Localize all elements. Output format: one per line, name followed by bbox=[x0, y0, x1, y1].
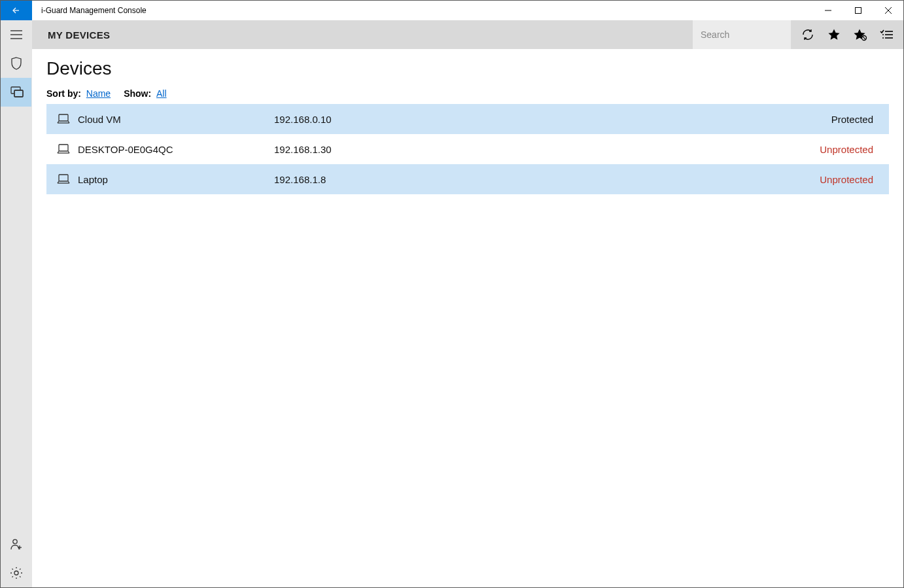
unfavorite-button[interactable] bbox=[847, 20, 873, 49]
device-name: DESKTOP-0E0G4QC bbox=[78, 144, 274, 155]
device-row[interactable]: DESKTOP-0E0G4QC192.168.1.30Unprotected bbox=[46, 134, 889, 164]
favorite-button[interactable] bbox=[821, 20, 847, 49]
device-ip: 192.168.1.8 bbox=[274, 174, 470, 185]
shield-icon bbox=[10, 57, 22, 70]
svg-rect-24 bbox=[59, 145, 68, 151]
app-window: i-Guard Management Console bbox=[0, 0, 904, 588]
star-remove-icon bbox=[853, 28, 867, 41]
device-ip: 192.168.1.30 bbox=[274, 144, 470, 155]
laptop-icon bbox=[57, 143, 70, 156]
svg-point-11 bbox=[12, 540, 16, 544]
checklist-icon bbox=[880, 29, 893, 41]
laptop-icon bbox=[57, 173, 70, 186]
minimize-icon bbox=[825, 7, 831, 14]
close-button[interactable] bbox=[873, 1, 903, 20]
toolbar: MY DEVICES bbox=[32, 20, 903, 49]
gear-icon bbox=[10, 566, 23, 579]
devices-icon bbox=[9, 86, 24, 98]
sidebar-spacer bbox=[1, 107, 31, 530]
search-input[interactable] bbox=[693, 20, 791, 49]
sort-label: Sort by: bbox=[46, 88, 81, 99]
refresh-icon bbox=[801, 28, 814, 41]
device-row[interactable]: Cloud VM192.168.0.10Protected bbox=[46, 104, 889, 134]
toolbar-actions bbox=[791, 20, 903, 49]
show-control: Show: All bbox=[124, 88, 166, 99]
sidebar-item-security[interactable] bbox=[1, 49, 31, 78]
close-icon bbox=[885, 7, 892, 14]
maximize-button[interactable] bbox=[843, 1, 873, 20]
svg-point-14 bbox=[14, 571, 18, 575]
sidebar-item-add-user[interactable] bbox=[1, 530, 31, 559]
main-panel: MY DEVICES bbox=[32, 20, 903, 587]
minimize-button[interactable] bbox=[813, 1, 843, 20]
menu-toggle-button[interactable] bbox=[1, 20, 31, 49]
sort-control: Sort by: Name bbox=[46, 88, 111, 99]
svg-rect-23 bbox=[59, 114, 68, 121]
toolbar-title: MY DEVICES bbox=[32, 20, 693, 49]
star-icon bbox=[827, 28, 841, 41]
window-title: i-Guard Management Console bbox=[32, 1, 813, 20]
show-value-link[interactable]: All bbox=[156, 88, 167, 99]
device-name: Laptop bbox=[78, 174, 274, 185]
device-status: Protected bbox=[470, 114, 878, 125]
svg-rect-25 bbox=[59, 175, 68, 181]
hamburger-icon bbox=[10, 30, 22, 39]
content-area: Devices Sort by: Name Show: All Cloud VM… bbox=[32, 49, 903, 587]
laptop-icon bbox=[57, 112, 70, 126]
show-label: Show: bbox=[124, 88, 151, 99]
back-button[interactable] bbox=[1, 1, 32, 20]
page-heading: Devices bbox=[46, 58, 889, 79]
sidebar bbox=[1, 20, 32, 587]
svg-rect-2 bbox=[856, 8, 861, 14]
device-row[interactable]: Laptop192.168.1.8Unprotected bbox=[46, 164, 889, 194]
svg-rect-9 bbox=[14, 90, 23, 97]
device-status: Unprotected bbox=[470, 174, 878, 185]
arrow-left-icon bbox=[11, 5, 22, 16]
add-user-icon bbox=[10, 538, 23, 551]
window-controls bbox=[813, 1, 903, 20]
sidebar-item-devices[interactable] bbox=[1, 78, 31, 107]
device-name: Cloud VM bbox=[78, 114, 274, 125]
refresh-button[interactable] bbox=[795, 20, 821, 49]
device-status: Unprotected bbox=[470, 144, 878, 155]
list-controls: Sort by: Name Show: All bbox=[46, 88, 889, 99]
sidebar-item-settings[interactable] bbox=[1, 559, 31, 587]
device-ip: 192.168.0.10 bbox=[274, 114, 470, 125]
device-list: Cloud VM192.168.0.10Protected DESKTOP-0E… bbox=[46, 104, 889, 194]
maximize-icon bbox=[855, 7, 861, 14]
sort-value-link[interactable]: Name bbox=[86, 88, 111, 99]
titlebar: i-Guard Management Console bbox=[1, 1, 903, 20]
select-all-button[interactable] bbox=[873, 20, 899, 49]
app-body: MY DEVICES bbox=[1, 20, 903, 587]
